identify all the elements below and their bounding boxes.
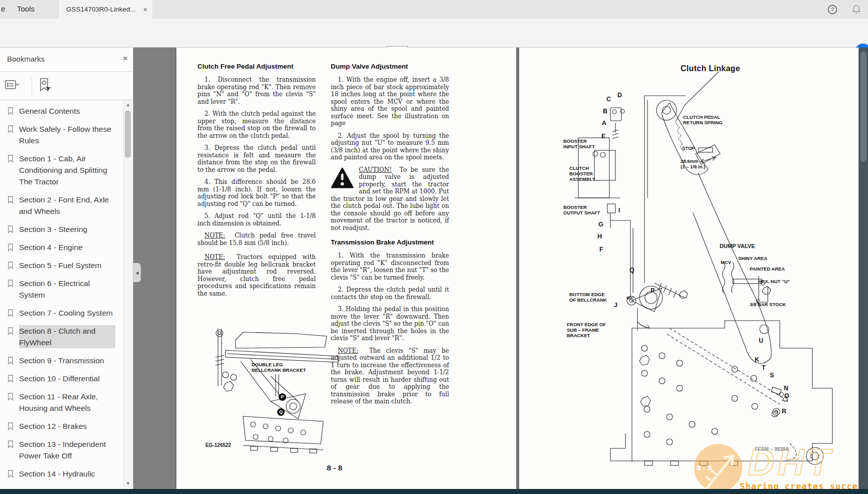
bookmark-icon [7, 374, 14, 383]
panel-scroll-thumb[interactable] [125, 110, 131, 158]
svg-text:?: ? [831, 7, 834, 13]
paragraph: 3. Depress the clutch pedal until resist… [197, 144, 316, 173]
bookmark-item[interactable]: Section 10 - Differential [7, 373, 123, 384]
bookmark-options-icon[interactable] [5, 79, 20, 92]
callout-q: Q [277, 408, 285, 416]
diagram-label: 90° [626, 296, 633, 301]
diagram-label: K [755, 356, 759, 363]
paragraph: 2. Depress the clutch pedal until it con… [331, 286, 449, 301]
paragraph: 1. With the engine off, insert a 3/8 inc… [331, 76, 449, 127]
document-scroll-thumb[interactable] [860, 52, 866, 162]
collapse-panel-handle[interactable]: ◄ [133, 263, 141, 282]
bookmark-item[interactable]: Section 14 - Hydraulic [7, 468, 123, 479]
bookmark-item[interactable]: Section 4 - Engine [7, 241, 123, 253]
text-column-2: Dump Valve Adjustment 1. With the engine… [331, 63, 449, 410]
bookmark-label: Section 5 - Fuel System [19, 260, 115, 271]
bookmark-item[interactable]: Section 12 - Brakes [7, 420, 123, 432]
figure-label: DOUBLE LEG BELLCRANK BRACKET [252, 362, 306, 373]
panel-scrollbar[interactable]: ▲ ▼ [123, 100, 132, 488]
diagram-label: E [601, 133, 605, 140]
bookmarks-panel: Bookmarks × General ContentsWork Safely … [0, 48, 133, 489]
diagram-label: CLUTCH PEDAL RETURN SPRING [683, 115, 723, 126]
toolbar-divider [32, 78, 32, 95]
bookmark-icon [7, 392, 14, 401]
diagram-label: BOTTOM EDGE OF BELLCRANK [569, 292, 607, 303]
bookmark-item[interactable]: Section 6 - Electrical System [7, 278, 123, 301]
diagram-label: FESM – 9839A [755, 446, 789, 452]
close-tab-icon[interactable]: × [143, 6, 147, 14]
bookmark-item[interactable]: Section 3 - Steering [7, 223, 123, 235]
document-area: Clutch Free Pedal Adjustment 1. Disconne… [133, 48, 859, 489]
bookmark-icon [7, 309, 14, 318]
note-text: The clevis "S" may be adjusted outward a… [331, 347, 449, 405]
bookmark-item[interactable]: Section 11 - Rear Axle, Housing and Whee… [7, 391, 123, 414]
diagram-label: U [759, 337, 763, 344]
bookmark-item[interactable]: General Contents [7, 105, 123, 117]
diagram-label: B [603, 108, 607, 115]
bookmark-label: Section 4 - Engine [19, 241, 115, 253]
diagram-label: 3/8 BAR STOCK [750, 302, 786, 308]
bookmark-item[interactable]: Work Safely - Follow these Rules [7, 123, 123, 146]
bookmark-item[interactable]: Section 9 - Transmission [7, 355, 123, 366]
bookmark-icon [7, 422, 14, 431]
diagram-label: 28.6mm (1 – 1/8 in.) [681, 159, 705, 170]
paragraph: 2. Adjust the spool by turning the adjus… [331, 132, 449, 161]
scroll-down-icon[interactable]: ▼ [124, 481, 132, 486]
diagram-label: G [598, 221, 603, 228]
diagram-label: PAINTED AREA [750, 267, 785, 272]
bookmark-item[interactable]: Section 7 - Cooling System [7, 307, 123, 319]
bookmark-icon [7, 125, 14, 134]
tab-fragment[interactable]: e [1, 5, 5, 13]
bookmark-icon [7, 225, 14, 234]
tab-bar: e Tools GSS14703R0-Linked... × ? [0, 0, 868, 19]
bookmarks-header: Bookmarks × [0, 48, 133, 72]
bookmark-icon [7, 243, 14, 252]
close-panel-icon[interactable]: × [123, 54, 128, 64]
diagram-label: J [614, 302, 617, 309]
bookmark-list: General ContentsWork Safely - Follow the… [0, 105, 123, 488]
new-bookmark-icon[interactable] [37, 78, 52, 94]
callout-p: P [279, 393, 286, 401]
note-label: NOTE: [204, 254, 225, 261]
paragraph: 4. This difference should be 28.6 mm (1-… [197, 178, 316, 207]
bookmark-label: Section 11 - Rear Axle, Housing and Whee… [19, 391, 115, 414]
bookmark-label: General Contents [19, 105, 115, 117]
bookmark-label: Section 2 - Font End, Axle and Wheels [19, 194, 115, 217]
diagram-label: R [782, 408, 786, 415]
tab-document-title: GSS14703R0-Linked... [66, 6, 140, 13]
help-icon[interactable]: ? [827, 4, 838, 15]
paragraph: 1. Disconnect the transmission brake ope… [197, 76, 316, 105]
bookmark-item[interactable]: Section 1 - Cab, Air Conditioning and Sp… [7, 153, 123, 187]
diagram-label: DUMP VALVE [720, 243, 755, 250]
document-scrollbar[interactable] [859, 48, 868, 489]
bookmark-label: Section 13 - Independent Power Take Off [19, 438, 115, 461]
bookmark-item[interactable]: Section 2 - Font End, Axle and Wheels [7, 194, 123, 217]
bookmarks-toolbar [0, 72, 133, 100]
main-toolbar: / 603 [0, 19, 868, 48]
bookmark-label: Section 10 - Differential [19, 373, 115, 384]
diagram-label: S [770, 372, 774, 379]
caution-block: CAUTION! To be sure the dump valve is ad… [331, 166, 449, 232]
bookmark-item[interactable]: Section 8 - Clutch and FlyWheel [7, 325, 123, 348]
note-label: NOTE: [338, 347, 358, 354]
scroll-up-icon[interactable]: ▲ [124, 102, 132, 107]
text-column-1: Clutch Free Pedal Adjustment 1. Disconne… [197, 63, 316, 302]
bellcrank-figure [195, 326, 349, 476]
bookmark-icon [7, 154, 14, 163]
diagram-label: O [784, 392, 789, 399]
paragraph: 1. With the transmission brake operating… [331, 252, 449, 281]
diagram-label: FRONT EDGE OF SUB – FRAME BRACKET [567, 322, 606, 339]
diagram-label: P [650, 287, 655, 294]
diagram-label: F [599, 246, 603, 253]
bookmark-label: Section 3 - Steering [19, 223, 115, 235]
bookmark-label: Section 9 - Transmission [19, 355, 115, 366]
bell-icon[interactable] [851, 4, 862, 15]
paragraph: 5. Adjust rod "Q" until the 1-1/8 inch d… [197, 212, 316, 227]
bookmark-item[interactable]: Section 13 - Independent Power Take Off [7, 438, 123, 461]
diagram-label: HEX. NUT “U” [758, 279, 790, 285]
tab-document[interactable]: GSS14703R0-Linked... × [59, 0, 152, 19]
bookmark-icon [7, 261, 14, 270]
diagram-label: STOP [682, 146, 695, 151]
bookmark-item[interactable]: Section 5 - Fuel System [7, 260, 123, 271]
tab-tools[interactable]: Tools [17, 5, 35, 13]
